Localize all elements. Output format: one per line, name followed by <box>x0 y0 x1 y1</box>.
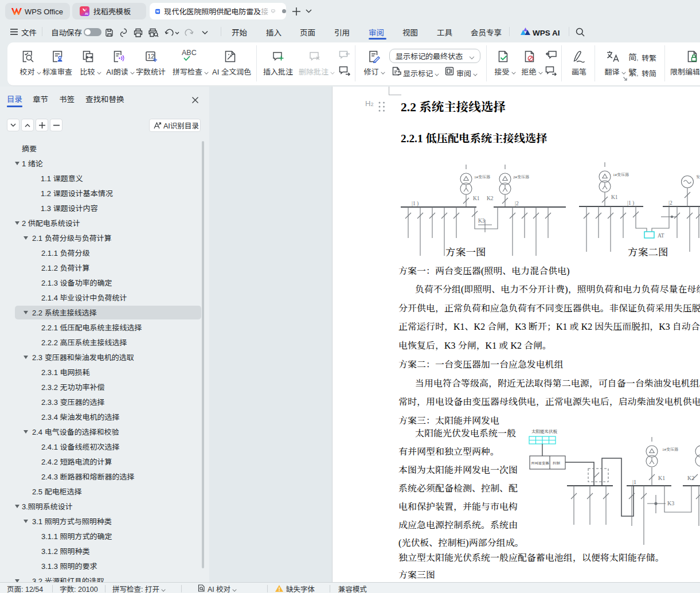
svg-text:AT: AT <box>658 231 664 239</box>
svg-text:1#变压器: 1#变压器 <box>613 171 629 177</box>
svg-text:12: 12 <box>147 53 154 60</box>
svg-text:K3: K3 <box>667 498 674 507</box>
svg-text:|1 ): |1 ) <box>627 198 634 206</box>
svg-text:发电: 发电 <box>696 174 700 180</box>
svg-text:控制: 控制 <box>553 461 561 466</box>
svg-text:|1 ): |1 ) <box>412 199 419 207</box>
svg-text:|2: |2 <box>668 198 672 206</box>
svg-text:K2: K2 <box>487 194 494 202</box>
svg-text:|2: |2 <box>515 199 519 207</box>
svg-text:1#变压器: 1#变压器 <box>662 446 678 452</box>
svg-text:太阳能光伏板: 太阳能光伏板 <box>531 428 557 434</box>
svg-text:K1: K1 <box>611 193 618 201</box>
svg-text:1#变压器: 1#变压器 <box>474 174 490 180</box>
svg-text:K1: K1 <box>658 473 665 482</box>
svg-text:K1: K1 <box>473 194 480 202</box>
svg-text:ABC: ABC <box>182 49 197 57</box>
svg-text:K3: K3 <box>478 216 485 224</box>
svg-text:2#变压器: 2#变压器 <box>513 174 529 180</box>
svg-text:并网逆变器: 并网逆变器 <box>531 461 549 466</box>
svg-text:AI: AI <box>85 12 88 15</box>
svg-text:|1: |1 <box>632 477 636 486</box>
svg-text:K2: K2 <box>687 473 694 482</box>
